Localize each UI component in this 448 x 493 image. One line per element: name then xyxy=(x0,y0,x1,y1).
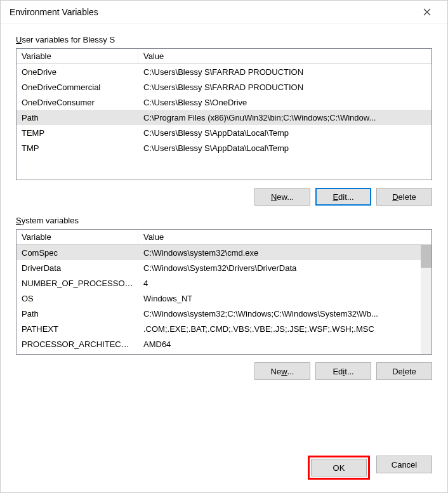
col-variable[interactable]: Variable xyxy=(16,49,138,63)
cell-value: C:\Users\Blessy S\AppData\Local\Temp xyxy=(138,141,432,155)
table-row[interactable]: PATHEXT.COM;.EXE;.BAT;.CMD;.VBS;.VBE;.JS… xyxy=(16,321,432,336)
scrollbar-thumb[interactable] xyxy=(421,245,432,268)
user-variables-label: User variables for Blessy S xyxy=(16,35,432,44)
user-new-button[interactable]: New... xyxy=(254,188,310,206)
user-buttons: New... Edit... Delete xyxy=(16,188,432,206)
window-title: Environment Variables xyxy=(10,7,414,17)
col-variable[interactable]: Variable xyxy=(16,230,138,244)
table-row[interactable]: OneDriveCommercialC:\Users\Blessy S\FARR… xyxy=(16,79,432,95)
cell-variable: TMP xyxy=(16,141,138,155)
user-edit-button[interactable]: Edit... xyxy=(315,188,371,206)
scrollbar[interactable] xyxy=(421,245,432,354)
cell-variable: PATHEXT xyxy=(16,322,138,336)
cell-variable: OneDrive xyxy=(16,65,138,79)
cell-value: 4 xyxy=(138,277,432,290)
sys-edit-button[interactable]: Edit... xyxy=(315,362,371,380)
cell-value: C:\Program Files (x86)\GnuWin32\bin;C:\W… xyxy=(138,111,432,124)
cell-variable: TEMP xyxy=(16,126,138,140)
table-row[interactable]: OneDriveConsumerC:\Users\Blessy S\OneDri… xyxy=(16,95,432,110)
dialog-footer: OK Cancel xyxy=(1,456,447,492)
cell-variable: PROCESSOR_ARCHITECTU... xyxy=(16,338,138,351)
cancel-button[interactable]: Cancel xyxy=(376,456,432,473)
table-row[interactable]: OSWindows_NT xyxy=(16,291,432,306)
cell-variable: OS xyxy=(16,292,138,305)
cell-variable: OneDriveConsumer xyxy=(16,96,138,109)
sys-table-body: ComSpecC:\Windows\system32\cmd.exeDriver… xyxy=(16,245,432,354)
user-table-body: OneDriveC:\Users\Blessy S\FARRAD PRODUCT… xyxy=(16,64,432,180)
cell-value: C:\Users\Blessy S\FARRAD PRODUCTION xyxy=(138,81,432,94)
sys-table-header: Variable Value xyxy=(16,230,432,245)
cell-variable: OneDriveCommercial xyxy=(16,81,138,94)
system-variables-group: System variables Variable Value ComSpecC… xyxy=(16,216,432,380)
cell-variable: Path xyxy=(16,111,138,124)
cell-value: C:\Users\Blessy S\FARRAD PRODUCTION xyxy=(138,65,432,79)
system-variables-label: System variables xyxy=(16,216,432,225)
cell-variable: Path xyxy=(16,307,138,320)
system-variables-table: Variable Value ComSpecC:\Windows\system3… xyxy=(16,229,432,355)
cell-variable: NUMBER_OF_PROCESSORS xyxy=(16,277,138,290)
col-value[interactable]: Value xyxy=(138,230,432,244)
cell-value: C:\Windows\System32\Drivers\DriverData xyxy=(138,261,432,275)
ok-button[interactable]: OK xyxy=(311,459,367,477)
cell-value: Windows_NT xyxy=(138,292,432,305)
cell-variable: DriverData xyxy=(16,261,138,275)
ok-highlight: OK xyxy=(308,456,370,480)
system-buttons: New... Edit... Delete xyxy=(16,362,432,380)
cell-value: C:\Users\Blessy S\AppData\Local\Temp xyxy=(138,126,432,140)
table-row[interactable]: PathC:\Windows\system32;C:\Windows;C:\Wi… xyxy=(16,306,432,321)
cell-value: AMD64 xyxy=(138,338,432,351)
user-variables-group: User variables for Blessy S Variable Val… xyxy=(16,35,432,206)
table-row[interactable]: TMPC:\Users\Blessy S\AppData\Local\Temp xyxy=(16,140,432,155)
user-variables-table: Variable Value OneDriveC:\Users\Blessy S… xyxy=(16,48,432,180)
table-row[interactable]: PathC:\Program Files (x86)\GnuWin32\bin;… xyxy=(16,110,432,125)
cell-value: .COM;.EXE;.BAT;.CMD;.VBS;.VBE;.JS;.JSE;.… xyxy=(138,322,432,336)
table-row[interactable]: DriverDataC:\Windows\System32\Drivers\Dr… xyxy=(16,260,432,275)
user-table-header: Variable Value xyxy=(16,49,432,64)
close-icon[interactable] xyxy=(414,1,440,23)
sys-delete-button[interactable]: Delete xyxy=(376,362,432,380)
cell-value: C:\Users\Blessy S\OneDrive xyxy=(138,96,432,109)
cell-value: C:\Windows\system32;C:\Windows;C:\Window… xyxy=(138,307,432,320)
env-vars-dialog: Environment Variables User variables for… xyxy=(0,0,448,493)
table-row[interactable]: ComSpecC:\Windows\system32\cmd.exe xyxy=(16,245,432,260)
dialog-body: User variables for Blessy S Variable Val… xyxy=(1,23,447,456)
cell-variable: ComSpec xyxy=(16,246,138,260)
col-value[interactable]: Value xyxy=(138,49,432,63)
cell-value: C:\Windows\system32\cmd.exe xyxy=(138,246,432,260)
table-row[interactable]: OneDriveC:\Users\Blessy S\FARRAD PRODUCT… xyxy=(16,64,432,79)
table-row[interactable]: NUMBER_OF_PROCESSORS4 xyxy=(16,275,432,291)
sys-new-button[interactable]: New... xyxy=(254,362,310,380)
titlebar: Environment Variables xyxy=(1,1,447,23)
user-delete-button[interactable]: Delete xyxy=(376,188,432,206)
table-row[interactable]: TEMPC:\Users\Blessy S\AppData\Local\Temp xyxy=(16,125,432,140)
table-row[interactable]: PROCESSOR_ARCHITECTU...AMD64 xyxy=(16,336,432,352)
